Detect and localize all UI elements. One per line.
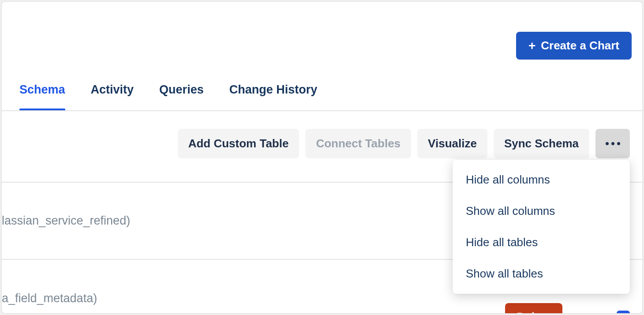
button-label: Delete (517, 310, 551, 314)
tab-label: Queries (159, 83, 204, 96)
button-label: Add Custom Table (188, 137, 289, 150)
delete-button[interactable]: Delete (505, 303, 562, 314)
button-label: Connect Tables (316, 137, 401, 150)
button-label: Visualize (428, 137, 477, 150)
check-icon (619, 313, 628, 315)
visualize-button[interactable]: Visualize (417, 129, 487, 158)
button-label: Sync Schema (504, 137, 579, 150)
tab-label: Schema (19, 83, 65, 96)
add-custom-table-button[interactable]: Add Custom Table (178, 129, 300, 158)
tab-label: Change History (229, 83, 318, 96)
visible-checkbox[interactable] (617, 311, 630, 315)
tab-queries[interactable]: Queries (159, 83, 204, 111)
table-name-fragment: lassian_service_refined) (2, 214, 130, 228)
connect-tables-button[interactable]: Connect Tables (305, 129, 411, 158)
sync-schema-button[interactable]: Sync Schema (494, 129, 589, 158)
more-menu-button[interactable] (595, 129, 630, 158)
table-name-fragment: a_field_metadata) (2, 292, 97, 305)
menu-item-show-all-columns[interactable]: Show all columns (453, 195, 630, 227)
menu-item-label: Hide all columns (466, 173, 550, 186)
schema-toolbar: Add Custom Table Connect Tables Visualiz… (178, 129, 630, 158)
tabs: Schema Activity Queries Change History (19, 83, 317, 111)
main-panel: + Create a Chart Schema Activity Queries… (1, 1, 643, 314)
tab-label: Activity (91, 83, 134, 96)
more-menu-dropdown: Hide all columns Show all columns Hide a… (453, 160, 630, 294)
menu-item-label: Hide all tables (466, 236, 538, 249)
menu-item-label: Show all columns (466, 204, 555, 218)
tab-schema[interactable]: Schema (19, 83, 65, 111)
tab-divider (2, 110, 642, 111)
top-actions: + Create a Chart (516, 32, 632, 60)
menu-item-hide-all-tables[interactable]: Hide all tables (453, 227, 630, 258)
menu-item-label: Show all tables (466, 267, 543, 280)
row-actions: Delete Visible (505, 303, 630, 314)
create-chart-label: Create a Chart (541, 39, 619, 52)
create-chart-button[interactable]: + Create a Chart (516, 32, 632, 60)
plus-icon: + (528, 40, 535, 52)
tab-activity[interactable]: Activity (91, 83, 134, 111)
visible-label: Visible (580, 311, 611, 315)
menu-item-show-all-tables[interactable]: Show all tables (453, 258, 630, 289)
menu-item-hide-all-columns[interactable]: Hide all columns (453, 164, 630, 195)
ellipsis-icon (606, 142, 620, 145)
tab-change-history[interactable]: Change History (229, 83, 318, 111)
visible-toggle: Visible (580, 311, 630, 315)
